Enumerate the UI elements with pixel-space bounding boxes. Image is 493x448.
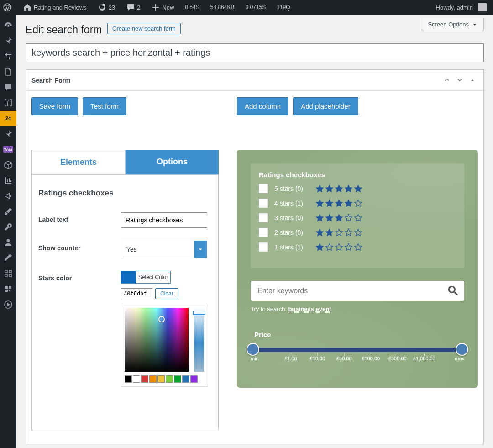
stars-color-label: Stars color — [38, 271, 121, 282]
tab-options[interactable]: Options — [126, 150, 219, 174]
howdy-link[interactable]: Howdy, admin — [433, 3, 489, 11]
menu-code[interactable] — [0, 95, 16, 111]
menu-appearance[interactable] — [0, 204, 16, 219]
star-icon — [354, 184, 362, 193]
menu-pages[interactable] — [0, 64, 16, 79]
star-icon — [335, 243, 343, 252]
panel-up[interactable] — [441, 74, 452, 85]
menu-users[interactable] — [0, 235, 16, 250]
panel-title: Search Form — [31, 77, 71, 84]
star-icon — [315, 214, 324, 222]
create-new-link[interactable]: Create new search form — [107, 23, 181, 34]
save-form-button[interactable]: Save form — [31, 97, 78, 115]
rating-checkbox[interactable] — [259, 184, 268, 193]
stat-mem: 54,864KB — [208, 4, 237, 11]
add-column-button[interactable]: Add column — [237, 97, 288, 115]
rating-checkbox[interactable] — [259, 242, 268, 252]
star-icon — [344, 199, 353, 208]
star-icon — [325, 214, 334, 222]
wp-logo[interactable] — [0, 3, 15, 12]
menu-pin[interactable] — [0, 126, 16, 142]
star-icon — [335, 214, 343, 222]
menu-woocommerce[interactable]: Woo — [0, 142, 16, 157]
site-link[interactable]: Rating and Reviews — [20, 3, 89, 12]
rating-checkbox[interactable] — [259, 199, 268, 208]
test-form-button[interactable]: Test form — [83, 97, 126, 115]
tab-elements[interactable]: Elements — [31, 150, 126, 174]
show-counter-select[interactable]: Yes — [121, 241, 207, 258]
price-widget: Price min£1.00£10.00£50.00£100.00£500.00… — [251, 331, 464, 368]
star-icon — [315, 228, 324, 237]
star-icon — [315, 243, 324, 252]
menu-analytics[interactable] — [0, 173, 16, 188]
ratings-widget-title: Ratings checkboxes — [259, 171, 456, 179]
price-slider[interactable] — [251, 348, 464, 352]
star-icon — [344, 184, 353, 193]
slider-handle-min[interactable] — [246, 343, 259, 356]
menu-qr[interactable] — [0, 281, 16, 297]
form-name-input[interactable] — [26, 43, 484, 62]
keyword-input[interactable] — [251, 281, 464, 301]
star-icon — [354, 214, 362, 222]
page-title: Edit search form — [26, 24, 102, 36]
rating-label: 4 stars (1) — [274, 200, 309, 207]
label-text-input[interactable] — [121, 212, 207, 228]
select-color-button[interactable]: Select Color — [121, 271, 171, 284]
menu-settings[interactable] — [0, 266, 16, 281]
panel-toggle[interactable] — [467, 75, 478, 86]
show-counter-label: Show counter — [38, 241, 121, 252]
stat-time: 0.54S — [182, 4, 202, 11]
palette-swatch[interactable] — [182, 375, 189, 383]
add-placeholder-button[interactable]: Add placeholder — [293, 97, 358, 115]
options-section-title: Ratings checkboxes — [38, 189, 212, 198]
menu-media[interactable] — [0, 297, 16, 312]
star-icon — [325, 184, 334, 193]
rating-row: 3 stars (0) — [259, 213, 456, 222]
hex-input[interactable] — [121, 288, 152, 299]
try-keyword-2[interactable]: event — [316, 306, 331, 313]
rating-row: 4 stars (1) — [259, 199, 456, 208]
comments-link[interactable]: 2 — [123, 3, 143, 12]
palette-swatch[interactable] — [141, 375, 148, 383]
avatar — [478, 3, 487, 11]
palette-swatch[interactable] — [149, 375, 157, 383]
palette-swatch[interactable] — [133, 375, 140, 383]
menu-marketing[interactable] — [0, 188, 16, 204]
palette-swatch[interactable] — [174, 375, 181, 383]
clear-color-button[interactable]: Clear — [155, 288, 178, 299]
menu-comments[interactable] — [0, 79, 16, 95]
new-link[interactable]: New — [148, 3, 177, 12]
star-icon — [344, 243, 353, 252]
palette-swatch[interactable] — [157, 375, 165, 383]
price-tick: max — [438, 356, 465, 368]
saturation-picker[interactable] — [125, 308, 189, 372]
stat-queries: 119Q — [274, 4, 293, 11]
menu-tools[interactable] — [0, 250, 16, 266]
updates-link[interactable]: 23 — [95, 3, 118, 12]
menu-dashboard[interactable] — [0, 17, 16, 33]
menu-sliders[interactable] — [0, 48, 16, 64]
hue-slider[interactable] — [194, 308, 204, 372]
price-tick: £50.00 — [331, 356, 358, 368]
search-form-panel: Search Form Save form Test form Elements — [26, 69, 484, 444]
try-search-hint: Try to search: business event — [251, 306, 464, 312]
palette-swatch[interactable] — [125, 375, 132, 383]
palette-swatch[interactable] — [166, 375, 173, 383]
rating-row: 2 stars (0) — [259, 228, 456, 237]
star-icon — [354, 199, 362, 208]
menu-active[interactable]: 24 — [0, 111, 16, 126]
menu-plugins[interactable] — [0, 219, 16, 235]
try-keyword-1[interactable]: business — [288, 306, 314, 313]
palette-swatch[interactable] — [190, 375, 198, 383]
rating-checkbox[interactable] — [259, 228, 268, 237]
menu-posts[interactable] — [0, 33, 16, 48]
color-picker — [121, 304, 208, 387]
panel-down[interactable] — [454, 74, 465, 85]
star-icon — [315, 199, 324, 208]
screen-options-toggle[interactable]: Screen Options — [422, 18, 484, 31]
menu-products[interactable] — [0, 157, 16, 173]
price-ticks: min£1.00£10.00£50.00£100.00£500.00£1,000… — [251, 356, 464, 368]
search-icon[interactable] — [447, 285, 459, 296]
rating-checkbox[interactable] — [259, 213, 268, 222]
slider-handle-max[interactable] — [456, 343, 468, 356]
